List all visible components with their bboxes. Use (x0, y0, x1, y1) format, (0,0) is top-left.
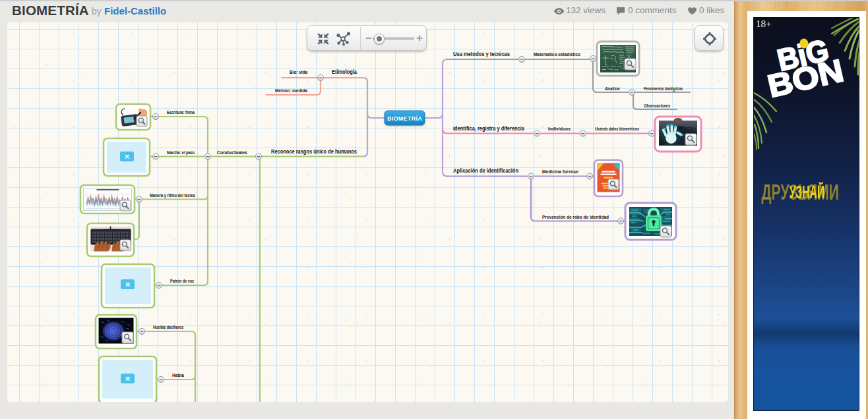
svg-text:Usando datos biometricos: Usando datos biometricos (595, 126, 639, 131)
svg-text:BIOMETRÍA: BIOMETRÍA (387, 115, 422, 122)
svg-text:Conductuales: Conductuales (217, 150, 247, 155)
svg-text:Bio: vida: Bio: vida (290, 69, 308, 75)
svg-text:Reconoce rasgos único de human: Reconoce rasgos único de humanos (271, 148, 357, 155)
svg-text:Etimología: Etimología (332, 68, 357, 75)
svg-text:Observaciones: Observaciones (644, 103, 670, 108)
svg-text:Prevención de robo de identida: Prevención de robo de identidad (542, 214, 609, 220)
svg-text:Huellas dactilares: Huellas dactilares (153, 325, 183, 329)
svg-text:Marcha: el paso: Marcha: el paso (167, 150, 195, 155)
svg-text:Identifica, registra y diferen: Identifica, registra y diferencia (453, 125, 525, 132)
svg-text:Escritura: firma: Escritura: firma (167, 110, 195, 115)
svg-text:Manera y ritmo del tecleo: Manera y ritmo del tecleo (150, 193, 195, 198)
svg-text:×: × (125, 152, 130, 161)
svg-text:Habla: Habla (172, 373, 184, 377)
svg-text:BON: BON (764, 53, 847, 104)
svg-text:Fenómenos biológicos: Fenómenos biológicos (644, 86, 683, 92)
svg-text:×: × (125, 279, 131, 289)
svg-text:Medicina forense: Medicina forense (542, 169, 578, 175)
svg-text:Individuos: Individuos (548, 126, 571, 132)
svg-text:Patrón de voz: Patrón de voz (170, 279, 194, 283)
svg-text:R: R (839, 78, 842, 82)
svg-text:Metrón: medida: Metrón: medida (275, 88, 308, 94)
svg-text:×: × (125, 374, 131, 383)
svg-text:Aplicación de identificación: Aplicación de identificación (453, 167, 518, 174)
svg-text:Usa metodos y tecnicas: Usa metodos y tecnicas (453, 50, 510, 57)
svg-text:Matematico-estadistico: Matematico-estadistico (534, 51, 580, 57)
svg-text:Analizar: Analizar (604, 86, 621, 91)
